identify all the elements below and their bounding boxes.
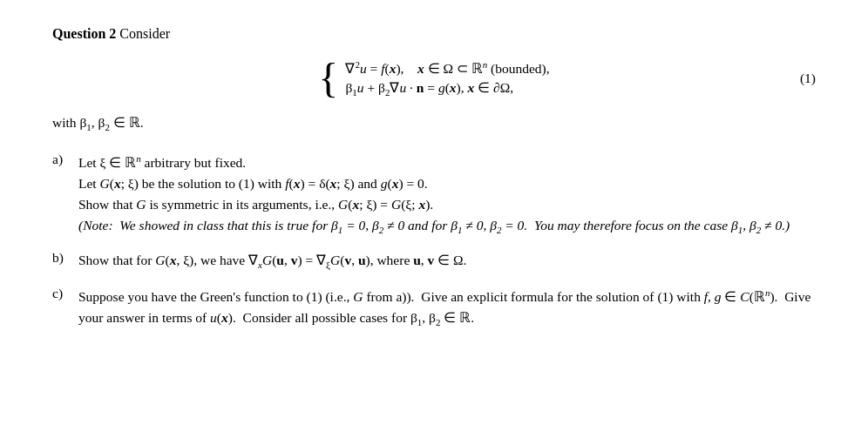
part-b-content: Show that for G(x, ξ), we have ∇xG(u, v)… [78, 250, 816, 273]
part-c-label: c) [52, 286, 78, 301]
part-c-content: Suppose you have the Green's function to… [78, 286, 816, 330]
part-c: c) Suppose you have the Green's function… [52, 286, 816, 330]
question-intro: Consider [119, 26, 170, 41]
equation-number: (1) [800, 71, 816, 86]
part-a-content: Let ξ ∈ ℝn arbitrary but fixed. Let G(x;… [78, 152, 816, 238]
big-brace: { [318, 57, 338, 99]
equation-block: { ∇2u = f(x), x ∈ Ω ⊂ ℝn (bounded), β1u … [52, 57, 816, 99]
parts-container: a) Let ξ ∈ ℝn arbitrary but fixed. Let G… [52, 152, 816, 330]
part-b-label: b) [52, 250, 78, 266]
part-b: b) Show that for G(x, ξ), we have ∇xG(u,… [52, 250, 816, 273]
part-a-label: a) [52, 152, 78, 167]
equations-lines: ∇2u = f(x), x ∈ Ω ⊂ ℝn (bounded), β1u + … [345, 59, 549, 98]
part-a: a) Let ξ ∈ ℝn arbitrary but fixed. Let G… [52, 152, 816, 238]
brace-system: { ∇2u = f(x), x ∈ Ω ⊂ ℝn (bounded), β1u … [318, 57, 549, 99]
question-container: Question 2 Consider { ∇2u = f(x), x ∈ Ω … [52, 26, 816, 330]
equation-line-1: ∇2u = f(x), x ∈ Ω ⊂ ℝn (bounded), [345, 59, 549, 77]
with-line: with β1, β2 ∈ ℝ. [52, 115, 816, 132]
equation-line-2: β1u + β2∇u · n = g(x), x ∈ ∂Ω, [345, 80, 549, 98]
question-header: Question 2 Consider [52, 26, 816, 42]
question-number: Question 2 [52, 26, 116, 41]
